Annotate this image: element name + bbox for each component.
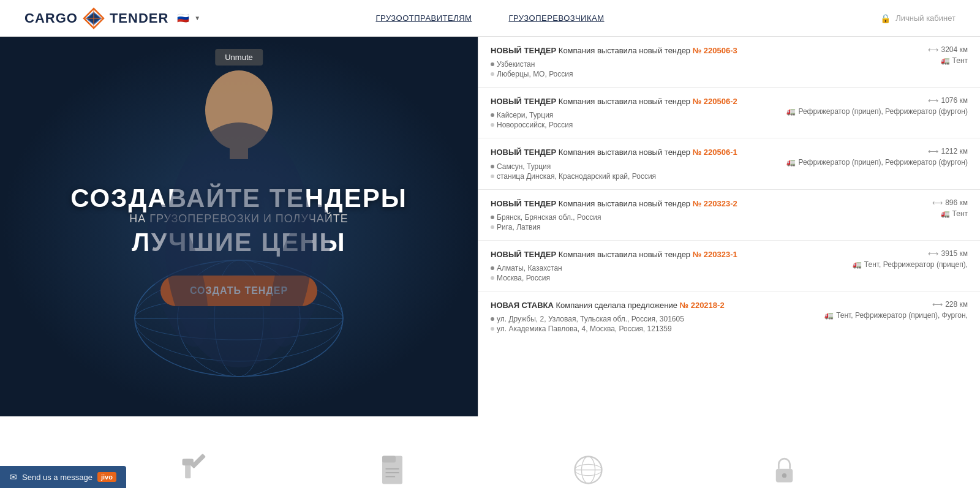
tender-description: Компания выставила новый тендер xyxy=(559,148,693,157)
distance-icon: ⟷ xyxy=(928,96,938,105)
tender-meta: ⟷ 1076 км 🚛 Рефрижератор (прицеп), Рефри… xyxy=(786,96,968,116)
tender-badge: НОВЫЙ ТЕНДЕР xyxy=(491,148,556,157)
logo-text-right: TENDER xyxy=(110,10,168,26)
distance-icon: ⟷ xyxy=(932,198,943,207)
tender-badge: НОВЫЙ ТЕНДЕР xyxy=(491,250,556,259)
tender-meta: ⟷ 228 км 🚛 Тент, Рефрижератор (прицеп), … xyxy=(824,300,968,320)
truck-icon: 🚛 xyxy=(786,107,796,116)
tender-to: Люберцы, МО, Россия xyxy=(491,70,858,78)
tender-distance: ⟷ 3204 км xyxy=(928,45,968,54)
tender-vehicle: 🚛 Тент, Рефрижератор (прицеп), xyxy=(853,260,968,269)
feature-icon-lock xyxy=(767,453,801,488)
main-nav: ГРУЗООТПРАВИТЕЛЯМ ГРУЗОПЕРЕВОЗЧИКАМ xyxy=(375,13,604,23)
distance-icon: ⟷ xyxy=(928,147,938,156)
tender-locations: Брянск, Брянская обл., Россия Рига, Латв… xyxy=(491,213,858,231)
account-area[interactable]: 🔒 Личный кабинет xyxy=(880,13,956,23)
tender-info: НОВЫЙ ТЕНДЕР Компания выставила новый те… xyxy=(491,198,858,231)
truck-icon: 🚛 xyxy=(824,311,834,320)
feature-icon-hammer xyxy=(179,453,213,488)
nav-carriers[interactable]: ГРУЗОПЕРЕВОЗЧИКАМ xyxy=(508,13,604,23)
distance-icon: ⟷ xyxy=(928,45,938,54)
tender-locations: ул. Дружбы, 2, Узловая, Тульская обл., Р… xyxy=(491,315,812,333)
feature-icon-document xyxy=(375,453,409,488)
truck-icon: 🚛 xyxy=(941,209,950,218)
tender-badge: НОВЫЙ ТЕНДЕР xyxy=(491,97,556,106)
tender-vehicle: 🚛 Тент xyxy=(941,209,968,218)
nav-shippers[interactable]: ГРУЗООТПРАВИТЕЛЯМ xyxy=(375,13,472,23)
tender-meta: ⟷ 3204 км 🚛 Тент xyxy=(870,45,968,65)
tender-to: ул. Академика Павлова, 4, Москва, Россия… xyxy=(491,325,812,333)
feature-item: ОТВЕТСТВЕННОСТЬ xyxy=(527,453,649,488)
message-icon: ✉ xyxy=(10,472,17,482)
tender-card[interactable]: НОВЫЙ ТЕНДЕР Компания выставила новый те… xyxy=(478,88,980,138)
tender-card[interactable]: НОВЫЙ ТЕНДЕР Компания выставила новый те… xyxy=(478,37,980,88)
tender-locations: Кайсери, Турция Новороссийск, Россия xyxy=(491,111,774,129)
hero-video-side: Unmute СОЗДАВАЙТЕ ТЕНДЕРЫ НА ГРУЗОПЕРЕВО… xyxy=(0,37,478,416)
lock-icon: 🔒 xyxy=(880,13,891,23)
tender-distance: ⟷ 228 км xyxy=(932,300,968,309)
tender-description: Компания выставила новый тендер xyxy=(559,97,693,106)
tender-card[interactable]: НОВЫЙ ТЕНДЕР Компания выставила новый те… xyxy=(478,138,980,189)
tender-number[interactable]: № 220506-1 xyxy=(693,148,737,157)
unmute-button[interactable]: Unmute xyxy=(215,49,263,66)
tender-locations: Самсун, Турция станица Динская, Краснода… xyxy=(491,162,774,181)
features-section: РЕАЛЬНЫЕ ТЕНДЕРЫ ОДИН ДОГОВОР ОТВЕТСТВЕН… xyxy=(0,416,980,488)
account-label: Личный кабинет xyxy=(895,13,956,23)
tender-distance: ⟷ 1212 км xyxy=(928,147,968,156)
tender-from: Алматы, Казахстан xyxy=(491,264,840,272)
distance-icon: ⟷ xyxy=(932,300,943,309)
feature-item: РЕАЛЬНЫЕ ТЕНДЕРЫ xyxy=(135,453,257,488)
feature-item: БЕСПЛАТНЫЙ ДОСТУП xyxy=(723,453,845,488)
truck-icon: 🚛 xyxy=(941,56,950,65)
tender-info: НОВЫЙ ТЕНДЕР Компания выставила новый те… xyxy=(491,249,840,282)
feature-icon-globe xyxy=(571,453,605,488)
tender-description: Компания сделала предложение xyxy=(556,301,680,310)
truck-icon: 🚛 xyxy=(853,260,862,269)
tender-info: НОВЫЙ ТЕНДЕР Компания выставила новый те… xyxy=(491,96,774,129)
language-flag[interactable]: 🇷🇺 xyxy=(177,12,189,24)
svg-rect-19 xyxy=(382,456,396,463)
tender-from: Узбекистан xyxy=(491,60,858,69)
distance-icon: ⟷ xyxy=(928,249,938,258)
tender-meta: ⟷ 896 км 🚛 Тент xyxy=(870,198,968,218)
hero-section: Unmute СОЗДАВАЙТЕ ТЕНДЕРЫ НА ГРУЗОПЕРЕВО… xyxy=(0,37,980,416)
language-dropdown-icon[interactable]: ▼ xyxy=(194,15,200,21)
send-message-bar[interactable]: ✉ Send us a message jivo xyxy=(0,466,126,488)
hero-figure xyxy=(116,61,361,416)
tender-number[interactable]: № 220323-1 xyxy=(693,250,737,259)
tender-to: Москва, Россия xyxy=(491,274,840,282)
tender-to: станица Динская, Краснодарский край, Рос… xyxy=(491,172,774,181)
tender-info: НОВАЯ СТАВКА Компания сделала предложени… xyxy=(491,300,812,333)
tender-to: Новороссийск, Россия xyxy=(491,121,774,129)
tender-number[interactable]: № 220323-2 xyxy=(693,199,737,208)
tender-description: Компания выставила новый тендер xyxy=(559,46,693,55)
tender-vehicle: 🚛 Рефрижератор (прицеп), Рефрижератор (ф… xyxy=(786,107,968,116)
logo[interactable]: CARGO TENDER 🇷🇺 ▼ xyxy=(24,7,200,29)
svg-point-28 xyxy=(782,473,786,478)
tender-vehicle: 🚛 Тент, Рефрижератор (прицеп), Фургон, xyxy=(824,311,968,320)
tender-card[interactable]: НОВЫЙ ТЕНДЕР Компания выставила новый те… xyxy=(478,241,980,291)
tender-locations: Узбекистан Люберцы, МО, Россия xyxy=(491,60,858,78)
tender-from: ул. Дружбы, 2, Узловая, Тульская обл., Р… xyxy=(491,315,812,323)
tender-number[interactable]: № 220506-3 xyxy=(693,46,737,55)
tender-description: Компания выставила новый тендер xyxy=(559,250,693,259)
tender-number[interactable]: № 220218-2 xyxy=(680,301,725,310)
tender-to: Рига, Латвия xyxy=(491,223,858,231)
tenders-panel: НОВЫЙ ТЕНДЕР Компания выставила новый те… xyxy=(478,37,980,416)
tender-distance: ⟷ 3915 км xyxy=(928,249,968,258)
tender-number[interactable]: № 220506-2 xyxy=(693,97,737,106)
tender-distance: ⟷ 896 км xyxy=(932,198,968,207)
site-header: CARGO TENDER 🇷🇺 ▼ ГРУЗООТПРАВИТЕЛЯМ ГРУЗ… xyxy=(0,0,980,37)
tender-locations: Алматы, Казахстан Москва, Россия xyxy=(491,264,840,282)
truck-icon: 🚛 xyxy=(786,158,796,167)
logo-text-left: CARGO xyxy=(24,10,78,26)
tender-description: Компания выставила новый тендер xyxy=(559,199,693,208)
tender-card[interactable]: НОВАЯ СТАВКА Компания сделала предложени… xyxy=(478,291,980,342)
tender-meta: ⟷ 1212 км 🚛 Рефрижератор (прицеп), Рефри… xyxy=(786,147,968,167)
tender-vehicle: 🚛 Рефрижератор (прицеп), Рефрижератор (ф… xyxy=(786,158,968,167)
tender-distance: ⟷ 1076 км xyxy=(928,96,968,105)
tender-info: НОВЫЙ ТЕНДЕР Компания выставила новый те… xyxy=(491,45,858,78)
tender-card[interactable]: НОВЫЙ ТЕНДЕР Компания выставила новый те… xyxy=(478,190,980,241)
tender-from: Кайсери, Турция xyxy=(491,111,774,119)
tender-info: НОВЫЙ ТЕНДЕР Компания выставила новый те… xyxy=(491,147,774,180)
